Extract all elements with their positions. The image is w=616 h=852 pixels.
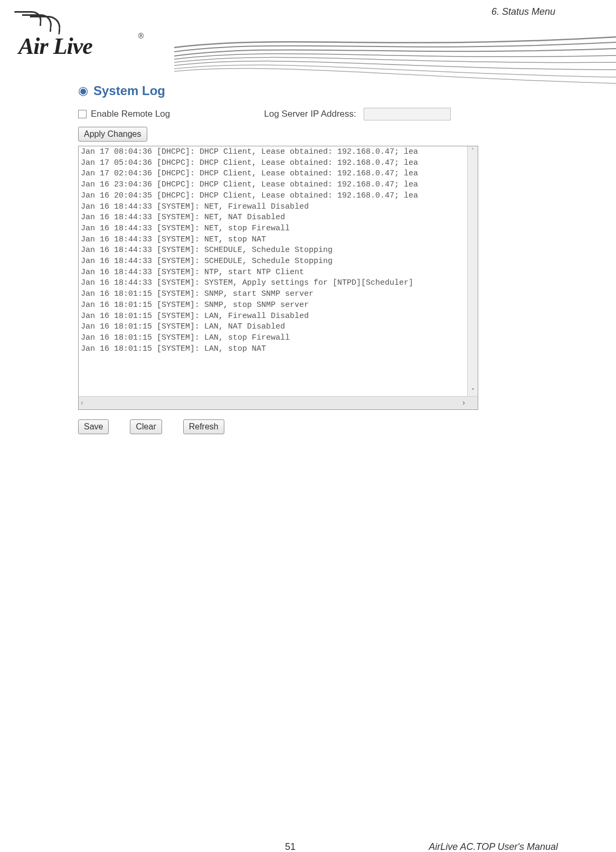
panel-title-row: ◉ System Log [78,83,500,98]
vertical-scrollbar[interactable]: ˄ ˅ [467,146,478,396]
header-section-label: 6. Status Menu [491,6,555,17]
logo-registered: ® [138,32,144,40]
log-textarea[interactable]: Jan 17 08:04:36 [DHCPC]: DHCP Client, Le… [78,146,478,410]
scroll-left-icon[interactable]: ‹ [81,398,83,407]
manual-title: AirLive AC.TOP User's Manual [429,841,558,852]
log-content: Jan 17 08:04:36 [DHCPC]: DHCP Client, Le… [79,146,478,355]
button-row: Save Clear Refresh [78,419,500,434]
page-number: 51 [285,841,296,852]
enable-remote-log-checkbox[interactable] [78,110,87,118]
system-log-panel: ◉ System Log Enable Remote Log Log Serve… [78,83,500,434]
scroll-up-icon[interactable]: ˄ [468,147,478,153]
scroll-down-icon[interactable]: ˅ [468,388,478,395]
clear-button[interactable]: Clear [130,419,162,434]
panel-title: System Log [93,83,165,98]
save-button[interactable]: Save [78,419,109,434]
decorative-wave-lines [174,26,616,85]
refresh-button[interactable]: Refresh [183,419,224,434]
airlive-logo: Air Live ® [16,16,148,55]
horizontal-scrollbar[interactable]: ‹ › [79,396,478,409]
logo-arc-icon [28,16,61,34]
remote-log-row: Enable Remote Log Log Server IP Address: [78,108,500,120]
log-server-ip-label: Log Server IP Address: [264,109,356,119]
logo-text: Air Live [18,33,92,60]
scroll-right-icon[interactable]: › [462,398,465,407]
log-server-ip-input[interactable] [364,108,451,120]
gear-icon: ◉ [78,84,88,98]
enable-remote-log-label: Enable Remote Log [91,109,170,119]
apply-changes-button[interactable]: Apply Changes [78,127,147,142]
